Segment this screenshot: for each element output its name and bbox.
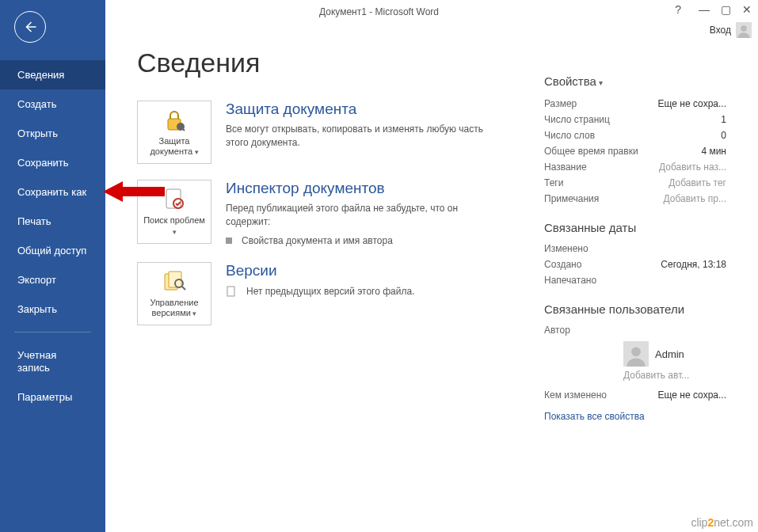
- nav-account[interactable]: Учетная запись: [0, 340, 105, 382]
- inspect-title: Инспектор документов: [226, 180, 495, 197]
- show-all-properties-link[interactable]: Показать все свойства: [544, 411, 645, 422]
- prop-size: РазмерЕще не сохра...: [544, 96, 726, 112]
- maximize-icon[interactable]: ▢: [721, 3, 731, 16]
- document-check-icon: [162, 187, 187, 212]
- modified-by: Кем измененоЕще не сохра...: [544, 387, 726, 403]
- titlebar: Документ1 - Microsoft Word ? — ▢ ✕: [0, 0, 758, 24]
- prop-edit-time: Общее время правки4 мин: [544, 143, 726, 159]
- nav-separator: [14, 332, 91, 332]
- properties-panel: Свойства РазмерЕще не сохра... Число стр…: [544, 74, 726, 423]
- date-created: СозданоСегодня, 13:18: [544, 256, 726, 272]
- svg-line-9: [182, 287, 185, 290]
- window-title: Документ1 - Microsoft Word: [319, 6, 439, 17]
- main-content: Сведения Защита документа Защита докумен…: [105, 24, 758, 532]
- date-modified: Изменено: [544, 241, 726, 256]
- window-controls: ? — ▢ ✕: [675, 3, 752, 16]
- nav-print[interactable]: Печать: [0, 207, 105, 236]
- prop-pages: Число страниц1: [544, 112, 726, 127]
- nav-share[interactable]: Общий доступ: [0, 236, 105, 265]
- protect-document-button[interactable]: Защита документа: [137, 101, 211, 164]
- help-icon[interactable]: ?: [675, 3, 681, 16]
- nav-export[interactable]: Экспорт: [0, 265, 105, 294]
- versions-icon: [162, 269, 187, 294]
- properties-dropdown[interactable]: Свойства: [544, 74, 726, 88]
- nav-options[interactable]: Параметры: [0, 382, 105, 412]
- nav-list: Сведения Создать Открыть Сохранить Сохра…: [0, 60, 105, 412]
- protect-desc: Все могут открывать, копировать и изменя…: [226, 123, 495, 150]
- minimize-icon[interactable]: —: [699, 3, 710, 16]
- nav-close[interactable]: Закрыть: [0, 294, 105, 324]
- svg-rect-10: [227, 287, 234, 296]
- close-icon[interactable]: ✕: [742, 3, 752, 16]
- protect-title: Защита документа: [226, 101, 495, 118]
- users-header: Связанные пользователи: [544, 302, 726, 316]
- check-issues-button[interactable]: Поиск проблем: [137, 180, 211, 243]
- backstage-sidebar: Сведения Создать Открыть Сохранить Сохра…: [0, 0, 105, 532]
- versions-desc: Нет предыдущих версий этого файла.: [226, 286, 495, 297]
- dates-header: Связанные даты: [544, 221, 726, 234]
- prop-words: Число слов0: [544, 127, 726, 143]
- lock-icon: [162, 108, 187, 133]
- nav-save-as[interactable]: Сохранить как: [0, 177, 105, 207]
- inspect-bullet: Свойства документа и имя автора: [226, 235, 495, 246]
- nav-new[interactable]: Создать: [0, 89, 105, 119]
- svg-point-11: [631, 348, 641, 357]
- nav-save[interactable]: Сохранить: [0, 148, 105, 177]
- prop-title[interactable]: НазваниеДобавить наз...: [544, 159, 726, 175]
- nav-info[interactable]: Сведения: [0, 60, 105, 89]
- add-author-link[interactable]: Добавить авт...: [623, 370, 726, 381]
- author-row[interactable]: Admin: [623, 341, 726, 367]
- date-printed: Напечатано: [544, 272, 726, 288]
- back-button[interactable]: [14, 11, 46, 43]
- manage-versions-button[interactable]: Управление версиями: [137, 262, 211, 325]
- avatar-icon: [623, 341, 649, 367]
- nav-open[interactable]: Открыть: [0, 119, 105, 148]
- inspect-desc: Перед публикацией этого файла не забудьт…: [226, 202, 495, 229]
- watermark: clip2net.com: [691, 516, 753, 529]
- author-label-row: Автор: [544, 322, 726, 338]
- versions-title: Версии: [226, 262, 495, 279]
- prop-tags[interactable]: ТегиДобавить тег: [544, 175, 726, 191]
- document-icon: [226, 286, 237, 297]
- prop-comments[interactable]: ПримечанияДобавить пр...: [544, 191, 726, 207]
